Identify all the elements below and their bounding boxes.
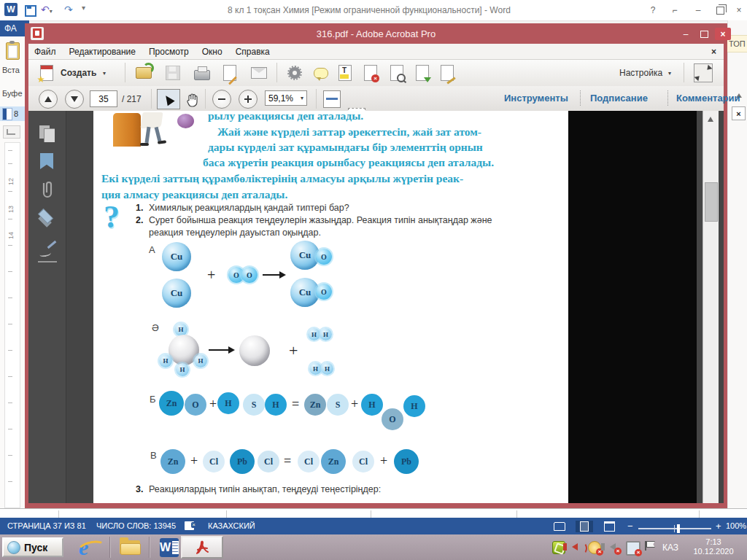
acrobat-titlebar[interactable]: 316.pdf - Adobe Acrobat Pro – × xyxy=(25,23,727,44)
comment-panel-button[interactable]: Комментарии xyxy=(676,93,740,104)
scroll-up-icon[interactable] xyxy=(708,117,713,122)
export-doc-icon[interactable] xyxy=(413,63,432,82)
atom-o: O xyxy=(316,284,332,300)
create-pdf-icon[interactable] xyxy=(37,63,56,82)
comment-bubble-icon[interactable] xyxy=(311,63,330,82)
ribbon-display-button[interactable]: ⌐ xyxy=(667,3,683,18)
word-app-icon: W xyxy=(4,3,18,16)
page-thumbnails-icon[interactable] xyxy=(38,124,57,143)
menu-edit[interactable]: Редактирование xyxy=(69,47,136,57)
tray-clock-icon[interactable]: × xyxy=(588,541,601,554)
quick-save-icon[interactable] xyxy=(25,5,36,17)
redo-icon[interactable]: ↷ xyxy=(64,4,73,15)
atom-h: H xyxy=(265,394,287,416)
edit-page-icon[interactable] xyxy=(220,63,239,82)
customize-dropdown-icon[interactable]: ▾ xyxy=(668,70,671,77)
atom-pb: Pb xyxy=(394,449,419,474)
zoom-slider-thumb[interactable] xyxy=(677,524,680,533)
start-label: Пуск xyxy=(24,542,47,553)
status-zoom-value[interactable]: 100% xyxy=(726,521,746,530)
highlight-icon[interactable]: T xyxy=(336,63,355,82)
atom-zn: Zn xyxy=(304,394,326,416)
word-left-edge: Вста Буфе 8 12 13 14 xyxy=(0,36,26,508)
word-minimize-button[interactable]: – xyxy=(690,3,706,18)
sign-doc-icon[interactable] xyxy=(438,63,457,82)
zoom-slider-track[interactable] xyxy=(638,528,711,529)
next-page-button[interactable] xyxy=(65,90,84,109)
status-page[interactable]: СТРАНИЦА 37 ИЗ 81 xyxy=(7,521,86,530)
qat-more-icon[interactable]: ▾ xyxy=(82,4,85,12)
file-explorer-button[interactable] xyxy=(112,536,147,559)
zoom-out-button[interactable] xyxy=(212,90,231,109)
search-doc-icon[interactable] xyxy=(387,63,406,82)
save-icon[interactable] xyxy=(163,63,182,82)
atom-cl: Cl xyxy=(298,451,320,472)
tools-panel-button[interactable]: Инструменты xyxy=(504,93,568,104)
previous-page-button[interactable] xyxy=(39,90,58,109)
read-mode-button[interactable] xyxy=(551,521,568,532)
zoom-in-button[interactable]: + xyxy=(716,521,721,532)
document-close-icon[interactable]: × xyxy=(711,47,716,57)
plus-operator: + xyxy=(380,454,387,469)
web-layout-button[interactable] xyxy=(600,521,618,532)
layers-icon[interactable] xyxy=(38,207,57,226)
pdf-text-line: рылу реакциясы деп аталады. xyxy=(208,109,363,122)
tray-flag-icon[interactable] xyxy=(645,541,646,551)
word-help-button[interactable]: ? xyxy=(645,3,661,18)
bookmarks-icon[interactable] xyxy=(40,153,53,169)
clock[interactable]: 7:13 10.12.2020 xyxy=(684,537,743,556)
tray-muted-icon[interactable]: × xyxy=(607,541,619,553)
zoom-in-button[interactable] xyxy=(239,90,258,109)
proofing-icon[interactable] xyxy=(185,521,194,530)
tray-volume-icon[interactable] xyxy=(569,541,581,553)
clipboard-group-label: Буфе xyxy=(2,89,23,98)
acrobat-close-button[interactable]: × xyxy=(715,28,731,40)
word-close-button[interactable]: × xyxy=(731,3,747,18)
scrollbar-thumb[interactable] xyxy=(705,182,718,222)
word-restore-button[interactable] xyxy=(712,3,728,18)
open-file-icon[interactable] xyxy=(134,63,153,82)
question-number: 3. xyxy=(136,484,143,494)
tray-network-icon[interactable]: × xyxy=(626,541,640,556)
zoom-level-select[interactable]: 59,1% ▾ xyxy=(265,90,307,106)
status-word-count[interactable]: ЧИСЛО СЛОВ: 13945 xyxy=(96,521,176,530)
page-number-input[interactable]: 35 xyxy=(90,90,117,107)
hand-tool-button[interactable] xyxy=(183,90,202,109)
atom-o: O xyxy=(382,408,403,430)
word-pane-close-button[interactable]: × xyxy=(732,106,746,120)
acrobat-maximize-button[interactable] xyxy=(696,28,712,40)
nav-pane-doc-item[interactable]: 8 xyxy=(0,106,27,121)
print-layout-button[interactable] xyxy=(576,521,593,532)
reaction-arrow xyxy=(209,349,233,351)
word-table-sliver xyxy=(0,508,747,518)
undo-icon[interactable]: ↶▾ xyxy=(41,4,53,15)
signatures-icon[interactable] xyxy=(38,242,57,262)
paste-icon[interactable] xyxy=(6,42,20,60)
menu-view[interactable]: Просмотр xyxy=(149,47,189,57)
fullscreen-toggle-icon[interactable] xyxy=(694,63,713,82)
language-indicator[interactable]: КАЗ xyxy=(662,542,678,553)
sign-panel-button[interactable]: Подписание xyxy=(590,93,648,104)
select-tool-button[interactable] xyxy=(157,89,180,109)
fit-width-button[interactable] xyxy=(323,90,341,108)
acrobat-minimize-button[interactable]: – xyxy=(678,28,694,40)
create-button[interactable]: Создать xyxy=(61,68,96,78)
menu-file[interactable]: Файл xyxy=(34,47,56,57)
menu-help[interactable]: Справка xyxy=(236,47,270,57)
acrobat-scrollbar[interactable] xyxy=(703,111,719,503)
create-dropdown-icon[interactable]: ▾ xyxy=(103,70,106,77)
start-button[interactable]: Пуск xyxy=(2,537,63,557)
print-icon[interactable] xyxy=(193,63,212,82)
acrobat-taskbar-button[interactable] xyxy=(181,536,223,559)
word-doc-icon xyxy=(2,108,12,120)
customize-button[interactable]: Настройка xyxy=(619,68,662,78)
zoom-out-button[interactable]: − xyxy=(627,521,633,532)
menu-window[interactable]: Окно xyxy=(202,47,222,57)
email-icon[interactable] xyxy=(249,63,268,82)
settings-gear-icon[interactable] xyxy=(285,63,304,82)
delete-page-icon[interactable]: × xyxy=(361,63,380,82)
diagram-b-label: Б xyxy=(150,394,156,405)
status-language[interactable]: КАЗАХСКИЙ xyxy=(208,521,255,530)
attachments-icon[interactable] xyxy=(38,179,57,198)
plus-operator: + xyxy=(209,397,217,412)
